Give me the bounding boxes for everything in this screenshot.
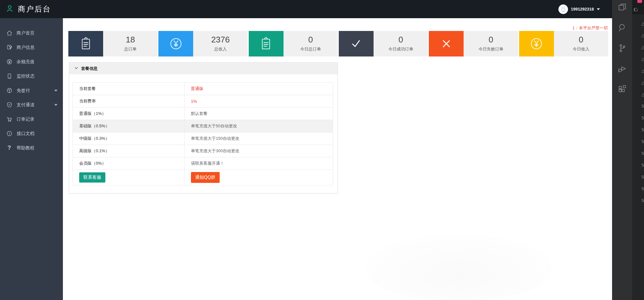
app-logo: 商户后台 bbox=[5, 4, 51, 14]
yen-circle-icon bbox=[519, 31, 554, 56]
stat-card-total-orders: 18 总订单 bbox=[68, 31, 157, 56]
stat-card-today-orders: 0 今日总订单 bbox=[249, 31, 338, 56]
sidebar-item-payment-channel[interactable]: 支付通道 bbox=[0, 98, 63, 112]
check-icon bbox=[339, 31, 374, 56]
source-control-icon[interactable] bbox=[617, 43, 628, 54]
sidebar-item-label: 监控状态 bbox=[17, 73, 34, 79]
row-name: 当前套餐 bbox=[73, 83, 185, 95]
table-row-actions: 联系客服 通知QQ群 bbox=[73, 170, 333, 185]
stat-cards: 18 总订单 2376 总收入 0 今日总订单 bbox=[68, 31, 608, 56]
platform-notice: 1：本平台严禁一切 bbox=[572, 25, 608, 31]
sidebar-item-label: 接口文档 bbox=[17, 131, 34, 137]
table-row: 高级版（0.1%） 单笔充值大于300自动更改 bbox=[73, 145, 333, 157]
editor-drive-label: C: bbox=[634, 7, 638, 12]
x-mark-icon bbox=[429, 31, 464, 56]
user-menu[interactable]: 1991292318 bbox=[558, 4, 600, 14]
avatar[interactable] bbox=[558, 4, 568, 14]
row-value: 请联系客服开通！ bbox=[185, 157, 333, 169]
stat-value: 0 bbox=[579, 35, 583, 44]
row-name: 会员版（0%） bbox=[73, 157, 185, 169]
question-icon: ? bbox=[6, 145, 12, 151]
vscode-tab-bar: C: bbox=[632, 0, 644, 14]
stat-value: 0 bbox=[308, 35, 313, 44]
stat-label: 今日总订单 bbox=[300, 46, 321, 52]
top-navbar: 商户后台 1991292318 bbox=[0, 0, 612, 18]
row-value: 默认套餐 bbox=[185, 108, 333, 120]
background-watermark bbox=[366, 236, 551, 300]
stat-label: 总订单 bbox=[124, 46, 137, 52]
screen: 商户后台 1991292318 商户首页 bbox=[0, 0, 644, 300]
monitor-icon bbox=[6, 73, 12, 79]
chevron-down-icon bbox=[54, 104, 57, 106]
sidebar-item-order-records[interactable]: 订单记录 bbox=[0, 112, 63, 126]
sidebar-item-label: 帮助教程 bbox=[17, 145, 34, 151]
files-icon[interactable] bbox=[617, 2, 628, 13]
home-icon bbox=[6, 30, 12, 36]
stat-value: 0 bbox=[398, 35, 403, 44]
row-value: 单笔充值大于150自动更改 bbox=[185, 132, 333, 145]
sidebar-item-label: 商户信息 bbox=[17, 45, 34, 50]
stat-label: 总收入 bbox=[214, 46, 227, 52]
merchant-info-icon bbox=[6, 44, 12, 51]
sidebar-item-label: 免签付 bbox=[17, 88, 30, 94]
sidebar-item-merchant-info[interactable]: 商户信息 bbox=[0, 40, 63, 55]
debug-icon[interactable] bbox=[617, 63, 628, 74]
sidebar-item-api-docs[interactable]: 接口文档 bbox=[0, 126, 63, 141]
panel-title: 套餐信息 bbox=[81, 66, 98, 71]
sidebar-item-monitor[interactable]: 监控状态 bbox=[0, 69, 63, 83]
table-row: 基础版（0.5%） 单笔充值大于50自动更改 bbox=[73, 120, 333, 132]
row-value: 单笔充值大于50自动更改 bbox=[185, 120, 333, 132]
qq-group-button[interactable]: 通知QQ群 bbox=[191, 172, 220, 183]
table-row: 当前费率 1% bbox=[73, 95, 333, 108]
package-table: 当前套餐 普通版 当前费率 1% 普通版（1%） 默认套餐 基础版（0.5%） … bbox=[72, 82, 333, 185]
table-row: 普通版（1%） 默认套餐 bbox=[73, 108, 333, 120]
stat-label: 今日成功订单 bbox=[388, 46, 413, 52]
stat-card-today-success: 0 今日成功订单 bbox=[339, 31, 428, 56]
extensions-icon[interactable] bbox=[617, 84, 628, 94]
yen-circle-icon bbox=[158, 31, 193, 56]
sidebar-item-label: 订单记录 bbox=[17, 116, 34, 122]
sidebar-item-label: 余额充值 bbox=[17, 59, 34, 65]
sidebar-item-help[interactable]: ? 帮助教程 bbox=[0, 141, 63, 155]
cube-icon bbox=[6, 87, 12, 94]
stat-value: 0 bbox=[489, 35, 493, 44]
search-icon[interactable] bbox=[617, 22, 628, 33]
shield-check-icon bbox=[6, 102, 12, 108]
stat-label: 今日收入 bbox=[573, 46, 589, 52]
row-name: 基础版（0.5%） bbox=[73, 120, 185, 132]
stat-label: 今日失败订单 bbox=[478, 46, 503, 52]
info-circle-icon bbox=[6, 131, 12, 137]
table-row: 中级版（0.3%） 单笔充值大于150自动更改 bbox=[73, 132, 333, 145]
table-row: 会员版（0%） 请联系客服开通！ bbox=[73, 157, 333, 170]
row-name: 高级版（0.1%） bbox=[73, 145, 185, 157]
chevron-down-icon bbox=[54, 90, 57, 92]
vscode-activity-bar bbox=[612, 0, 632, 300]
table-row: 当前套餐 普通版 bbox=[73, 83, 333, 95]
sidebar-item-label: 支付通道 bbox=[17, 102, 34, 108]
row-value: 普通版 bbox=[185, 83, 333, 95]
app-title: 商户后台 bbox=[18, 4, 51, 14]
sidebar: 商户首页 商户信息 余额充值 监控状态 免签付 bbox=[0, 18, 63, 300]
contact-support-button[interactable]: 联系客服 bbox=[79, 172, 105, 183]
sidebar-item-recharge[interactable]: 余额充值 bbox=[0, 55, 63, 69]
row-value: 单笔充值大于300自动更改 bbox=[185, 145, 333, 157]
extension-badge-icon bbox=[637, 0, 642, 3]
row-name: 普通版（1%） bbox=[73, 108, 185, 120]
vscode-editor-sliver: C: △ △ △ △ △ △ △ 5 5 5 5 5 5 5 5 5 bbox=[632, 0, 644, 300]
sidebar-item-nosign-pay[interactable]: 免签付 bbox=[0, 83, 63, 98]
clipboard-icon bbox=[249, 31, 284, 56]
stat-value: 18 bbox=[126, 35, 135, 44]
stat-card-today-income: 0 今日收入 bbox=[519, 31, 608, 56]
yen-circle-icon bbox=[6, 59, 12, 65]
editor-truncated-text: △ △ △ △ △ △ △ 5 5 5 5 5 5 5 5 5 bbox=[641, 18, 644, 206]
chevron-down-icon bbox=[597, 8, 600, 10]
stat-card-today-failed: 0 今日失败订单 bbox=[429, 31, 518, 56]
cart-icon bbox=[6, 116, 12, 123]
package-panel-header[interactable]: 套餐信息 bbox=[69, 63, 337, 74]
sidebar-item-label: 商户首页 bbox=[17, 30, 34, 36]
main-content: 1：本平台严禁一切 18 总订单 2376 总收入 bbox=[63, 18, 612, 300]
row-name: 当前费率 bbox=[73, 95, 185, 107]
stat-card-total-income: 2376 总收入 bbox=[158, 31, 247, 56]
sidebar-item-home[interactable]: 商户首页 bbox=[0, 26, 63, 40]
row-value: 1% bbox=[185, 95, 333, 107]
